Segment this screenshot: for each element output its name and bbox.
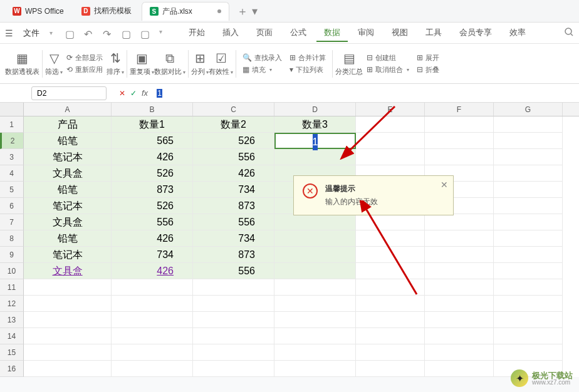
cell[interactable] xyxy=(274,312,356,328)
cell[interactable] xyxy=(425,116,494,133)
tooltip-close-button[interactable]: ✕ xyxy=(441,180,448,190)
cell[interactable]: 873 xyxy=(193,198,274,214)
cell[interactable] xyxy=(274,361,356,377)
app-tab-wps[interactable]: W WPS Office xyxy=(5,2,71,21)
cell[interactable] xyxy=(494,149,563,165)
search-icon[interactable] xyxy=(564,27,574,39)
cell[interactable]: 426 xyxy=(193,165,274,182)
fill-button[interactable]: ▦填充▾ xyxy=(243,65,282,75)
tab-tools[interactable]: 工具 xyxy=(418,24,449,42)
data-compare-button[interactable]: ⧉ 数据对比▾ xyxy=(154,51,185,76)
cell[interactable] xyxy=(356,230,425,247)
fx-button[interactable]: fx xyxy=(142,88,148,98)
cell[interactable] xyxy=(356,149,425,165)
row-header[interactable]: 12 xyxy=(0,296,24,312)
redo-icon[interactable]: ↷ xyxy=(103,28,113,38)
row-header[interactable]: 2 xyxy=(0,133,24,149)
cell[interactable] xyxy=(494,296,563,312)
tab-start[interactable]: 开始 xyxy=(181,24,212,42)
cell[interactable] xyxy=(24,361,112,377)
cell[interactable] xyxy=(494,279,563,296)
row-header[interactable]: 6 xyxy=(0,198,24,214)
cell[interactable] xyxy=(112,344,193,361)
col-header-B[interactable]: B xyxy=(112,103,193,116)
collapse-button[interactable]: ⊟折叠 xyxy=(417,65,439,75)
row-header[interactable]: 7 xyxy=(0,214,24,230)
cell[interactable]: 数量2 xyxy=(193,116,274,133)
filter-button[interactable]: ▽ 筛选▾ xyxy=(45,51,63,76)
cell[interactable] xyxy=(425,247,494,263)
cell[interactable]: 文具盒 xyxy=(24,263,112,279)
group-button[interactable]: ⊟创建组 xyxy=(367,53,409,63)
col-header-E[interactable]: E xyxy=(356,103,425,116)
cell[interactable] xyxy=(356,263,425,279)
text-to-columns-button[interactable]: ⊞ 分列▾ xyxy=(191,51,209,76)
cell[interactable] xyxy=(425,328,494,344)
cell[interactable] xyxy=(274,263,356,279)
cell[interactable]: 556 xyxy=(193,214,274,230)
tab-data[interactable]: 数据 xyxy=(316,24,348,42)
qat-dropdown-icon[interactable]: ▾ xyxy=(159,28,162,38)
tab-formula[interactable]: 公式 xyxy=(283,24,314,42)
tab-insert[interactable]: 插入 xyxy=(215,24,246,42)
cell[interactable] xyxy=(274,296,356,312)
cell[interactable] xyxy=(425,230,494,247)
qat-more-icon[interactable]: ▢ xyxy=(122,28,132,38)
cell[interactable]: 笔记本 xyxy=(24,198,112,214)
row-header[interactable]: 3 xyxy=(0,149,24,165)
row-header[interactable]: 13 xyxy=(0,312,24,328)
cell[interactable]: 426 xyxy=(112,230,193,247)
select-all-corner[interactable] xyxy=(0,103,24,116)
sort-button[interactable]: ⇅ 排序▾ xyxy=(107,51,124,76)
subtotal-button[interactable]: ▤ 分类汇总 xyxy=(335,51,363,76)
cell[interactable] xyxy=(494,230,563,247)
cell[interactable] xyxy=(425,133,494,149)
row-header[interactable]: 1 xyxy=(0,116,24,133)
cell[interactable]: 产品 xyxy=(24,116,112,133)
cell[interactable] xyxy=(494,165,563,182)
cell[interactable] xyxy=(193,361,274,377)
cancel-edit-button[interactable]: ✕ xyxy=(119,89,125,98)
undo-icon[interactable]: ↶ xyxy=(84,28,94,38)
qat-more2-icon[interactable]: ▢ xyxy=(140,28,150,38)
cell[interactable] xyxy=(193,279,274,296)
cell[interactable]: 526 xyxy=(112,198,193,214)
reapply-button[interactable]: ⟲重新应用 xyxy=(66,65,103,75)
formula-input[interactable]: 1 xyxy=(153,86,579,100)
cell[interactable]: 526 xyxy=(193,133,274,149)
row-header[interactable]: 10 xyxy=(0,263,24,279)
cell[interactable] xyxy=(356,279,425,296)
cell[interactable] xyxy=(494,344,563,361)
cell[interactable] xyxy=(112,279,193,296)
pivot-table-button[interactable]: ▦ 数据透视表 xyxy=(5,51,39,76)
cell[interactable]: 数量3 xyxy=(274,116,356,133)
cell[interactable] xyxy=(356,214,425,230)
cell[interactable] xyxy=(112,328,193,344)
cell[interactable]: 556 xyxy=(112,214,193,230)
cell[interactable]: 734 xyxy=(193,182,274,198)
cell[interactable]: 数量1 xyxy=(112,116,193,133)
cell[interactable] xyxy=(24,296,112,312)
cell[interactable] xyxy=(24,344,112,361)
cell[interactable] xyxy=(193,344,274,361)
tab-menu-button[interactable]: ▾ xyxy=(252,4,258,18)
cell[interactable]: 426 xyxy=(112,149,193,165)
cell[interactable] xyxy=(425,296,494,312)
cell[interactable] xyxy=(24,279,112,296)
cell[interactable] xyxy=(274,214,356,230)
cell[interactable]: 565 xyxy=(112,133,193,149)
save-icon[interactable]: ▢ xyxy=(65,28,75,38)
cell[interactable]: 文具盒 xyxy=(24,214,112,230)
cell[interactable]: 文具盒 xyxy=(24,165,112,182)
cell[interactable] xyxy=(356,247,425,263)
cell[interactable] xyxy=(494,263,563,279)
name-box[interactable]: D2 xyxy=(31,86,107,100)
cell[interactable] xyxy=(425,312,494,328)
cell[interactable]: 笔记本 xyxy=(24,149,112,165)
cell[interactable]: 笔记本 xyxy=(24,247,112,263)
dropdown-list-button[interactable]: ▾下拉列表 xyxy=(290,65,326,75)
chevron-down-icon[interactable]: ▾ xyxy=(50,29,53,36)
tab-efficiency[interactable]: 效率 xyxy=(502,24,533,42)
tab-page[interactable]: 页面 xyxy=(249,24,280,42)
ungroup-button[interactable]: ⊞取消组合▾ xyxy=(367,65,409,75)
